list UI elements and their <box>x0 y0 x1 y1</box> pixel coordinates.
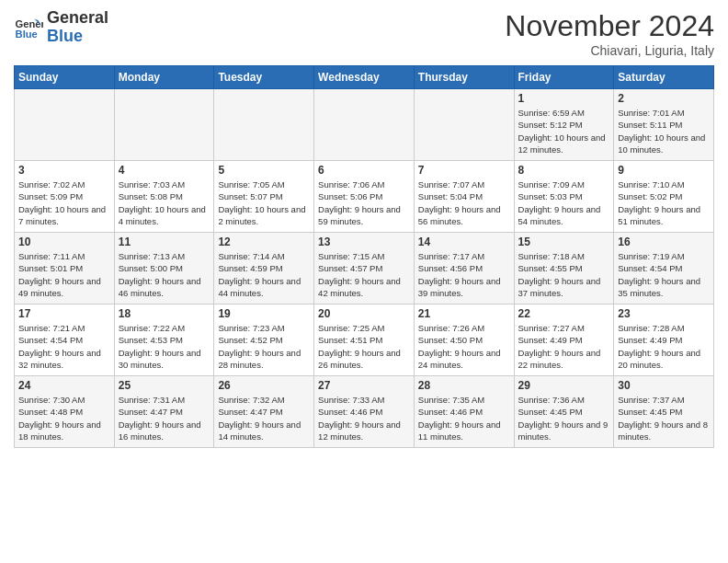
day-cell: 1Sunrise: 6:59 AM Sunset: 5:12 PM Daylig… <box>514 89 614 161</box>
week-row-0: 1Sunrise: 6:59 AM Sunset: 5:12 PM Daylig… <box>15 89 714 161</box>
day-info: Sunrise: 7:23 AM Sunset: 4:52 PM Dayligh… <box>218 322 310 371</box>
day-info: Sunrise: 7:25 AM Sunset: 4:51 PM Dayligh… <box>318 322 410 371</box>
day-number: 4 <box>119 164 210 177</box>
logo-icon: General Blue <box>14 13 43 42</box>
day-info: Sunrise: 7:14 AM Sunset: 4:59 PM Dayligh… <box>218 250 310 299</box>
day-info: Sunrise: 7:22 AM Sunset: 4:53 PM Dayligh… <box>119 322 210 371</box>
day-number: 13 <box>318 236 410 248</box>
day-number: 27 <box>318 379 410 392</box>
day-number: 15 <box>518 236 610 248</box>
day-cell: 26Sunrise: 7:32 AM Sunset: 4:47 PM Dayli… <box>214 376 314 448</box>
day-cell: 9Sunrise: 7:10 AM Sunset: 5:02 PM Daylig… <box>614 161 714 233</box>
day-cell <box>414 89 514 161</box>
day-info: Sunrise: 7:31 AM Sunset: 4:47 PM Dayligh… <box>119 394 210 442</box>
day-cell: 12Sunrise: 7:14 AM Sunset: 4:59 PM Dayli… <box>214 233 314 304</box>
day-number: 29 <box>518 379 610 392</box>
day-info: Sunrise: 7:33 AM Sunset: 4:46 PM Dayligh… <box>318 394 410 442</box>
day-cell: 4Sunrise: 7:03 AM Sunset: 5:08 PM Daylig… <box>114 161 214 233</box>
day-cell: 15Sunrise: 7:18 AM Sunset: 4:55 PM Dayli… <box>514 233 614 304</box>
header-row: SundayMondayTuesdayWednesdayThursdayFrid… <box>15 66 714 89</box>
day-cell: 13Sunrise: 7:15 AM Sunset: 4:57 PM Dayli… <box>314 233 415 304</box>
day-number: 11 <box>119 236 210 248</box>
day-cell: 5Sunrise: 7:05 AM Sunset: 5:07 PM Daylig… <box>214 161 314 233</box>
week-row-2: 10Sunrise: 7:11 AM Sunset: 5:01 PM Dayli… <box>15 233 714 304</box>
day-info: Sunrise: 7:06 AM Sunset: 5:06 PM Dayligh… <box>318 178 410 227</box>
col-header-wednesday: Wednesday <box>314 66 415 89</box>
day-cell <box>114 89 214 161</box>
day-number: 16 <box>618 236 710 248</box>
day-info: Sunrise: 7:02 AM Sunset: 5:09 PM Dayligh… <box>18 178 110 227</box>
day-number: 1 <box>518 92 610 105</box>
day-number: 28 <box>418 379 510 392</box>
day-info: Sunrise: 7:26 AM Sunset: 4:50 PM Dayligh… <box>418 322 510 371</box>
day-number: 2 <box>618 92 710 105</box>
day-cell: 6Sunrise: 7:06 AM Sunset: 5:06 PM Daylig… <box>314 161 415 233</box>
day-number: 26 <box>218 379 310 392</box>
day-info: Sunrise: 7:03 AM Sunset: 5:08 PM Dayligh… <box>119 178 210 227</box>
day-info: Sunrise: 7:17 AM Sunset: 4:56 PM Dayligh… <box>418 250 510 299</box>
day-number: 22 <box>518 307 610 320</box>
day-cell: 16Sunrise: 7:19 AM Sunset: 4:54 PM Dayli… <box>614 233 714 304</box>
svg-text:Blue: Blue <box>16 29 38 40</box>
day-info: Sunrise: 7:13 AM Sunset: 5:00 PM Dayligh… <box>119 250 210 299</box>
day-info: Sunrise: 6:59 AM Sunset: 5:12 PM Dayligh… <box>518 107 610 155</box>
day-cell: 30Sunrise: 7:37 AM Sunset: 4:45 PM Dayli… <box>614 376 714 448</box>
day-info: Sunrise: 7:28 AM Sunset: 4:49 PM Dayligh… <box>618 322 710 371</box>
day-info: Sunrise: 7:10 AM Sunset: 5:02 PM Dayligh… <box>618 178 710 227</box>
day-cell: 24Sunrise: 7:30 AM Sunset: 4:48 PM Dayli… <box>15 376 115 448</box>
day-cell: 20Sunrise: 7:25 AM Sunset: 4:51 PM Dayli… <box>314 304 415 376</box>
day-cell: 29Sunrise: 7:36 AM Sunset: 4:45 PM Dayli… <box>514 376 614 448</box>
week-row-1: 3Sunrise: 7:02 AM Sunset: 5:09 PM Daylig… <box>15 161 714 233</box>
day-cell: 28Sunrise: 7:35 AM Sunset: 4:46 PM Dayli… <box>414 376 514 448</box>
day-cell <box>15 89 115 161</box>
day-info: Sunrise: 7:18 AM Sunset: 4:55 PM Dayligh… <box>518 250 610 299</box>
month-title: November 2024 <box>505 9 714 43</box>
day-cell: 10Sunrise: 7:11 AM Sunset: 5:01 PM Dayli… <box>15 233 115 304</box>
day-cell: 21Sunrise: 7:26 AM Sunset: 4:50 PM Dayli… <box>414 304 514 376</box>
day-info: Sunrise: 7:01 AM Sunset: 5:11 PM Dayligh… <box>618 107 710 155</box>
day-number: 7 <box>418 164 510 177</box>
day-cell: 3Sunrise: 7:02 AM Sunset: 5:09 PM Daylig… <box>15 161 115 233</box>
day-info: Sunrise: 7:32 AM Sunset: 4:47 PM Dayligh… <box>218 394 310 442</box>
day-cell: 7Sunrise: 7:07 AM Sunset: 5:04 PM Daylig… <box>414 161 514 233</box>
day-number: 24 <box>18 379 110 392</box>
logo-text: General Blue <box>47 9 108 46</box>
col-header-tuesday: Tuesday <box>214 66 314 89</box>
day-info: Sunrise: 7:27 AM Sunset: 4:49 PM Dayligh… <box>518 322 610 371</box>
logo: General Blue General Blue <box>14 9 108 46</box>
day-cell: 25Sunrise: 7:31 AM Sunset: 4:47 PM Dayli… <box>114 376 214 448</box>
day-cell <box>214 89 314 161</box>
header: General Blue General Blue November 2024 … <box>14 9 714 58</box>
day-info: Sunrise: 7:11 AM Sunset: 5:01 PM Dayligh… <box>18 250 110 299</box>
day-number: 18 <box>119 307 210 320</box>
day-number: 19 <box>218 307 310 320</box>
day-number: 21 <box>418 307 510 320</box>
day-number: 6 <box>318 164 410 177</box>
day-info: Sunrise: 7:35 AM Sunset: 4:46 PM Dayligh… <box>418 394 510 442</box>
day-number: 20 <box>318 307 410 320</box>
day-number: 9 <box>618 164 710 177</box>
day-info: Sunrise: 7:19 AM Sunset: 4:54 PM Dayligh… <box>618 250 710 299</box>
col-header-sunday: Sunday <box>15 66 115 89</box>
location: Chiavari, Liguria, Italy <box>505 43 714 58</box>
day-number: 12 <box>218 236 310 248</box>
day-number: 3 <box>18 164 110 177</box>
day-cell: 22Sunrise: 7:27 AM Sunset: 4:49 PM Dayli… <box>514 304 614 376</box>
day-number: 25 <box>119 379 210 392</box>
day-cell: 19Sunrise: 7:23 AM Sunset: 4:52 PM Dayli… <box>214 304 314 376</box>
day-number: 17 <box>18 307 110 320</box>
day-number: 5 <box>218 164 310 177</box>
day-info: Sunrise: 7:09 AM Sunset: 5:03 PM Dayligh… <box>518 178 610 227</box>
day-number: 8 <box>518 164 610 177</box>
day-cell <box>314 89 415 161</box>
day-info: Sunrise: 7:05 AM Sunset: 5:07 PM Dayligh… <box>218 178 310 227</box>
col-header-thursday: Thursday <box>414 66 514 89</box>
day-info: Sunrise: 7:07 AM Sunset: 5:04 PM Dayligh… <box>418 178 510 227</box>
week-row-4: 24Sunrise: 7:30 AM Sunset: 4:48 PM Dayli… <box>15 376 714 448</box>
day-cell: 8Sunrise: 7:09 AM Sunset: 5:03 PM Daylig… <box>514 161 614 233</box>
day-number: 23 <box>618 307 710 320</box>
day-info: Sunrise: 7:37 AM Sunset: 4:45 PM Dayligh… <box>618 394 710 442</box>
day-number: 30 <box>618 379 710 392</box>
svg-text:General: General <box>16 18 43 29</box>
day-number: 14 <box>418 236 510 248</box>
